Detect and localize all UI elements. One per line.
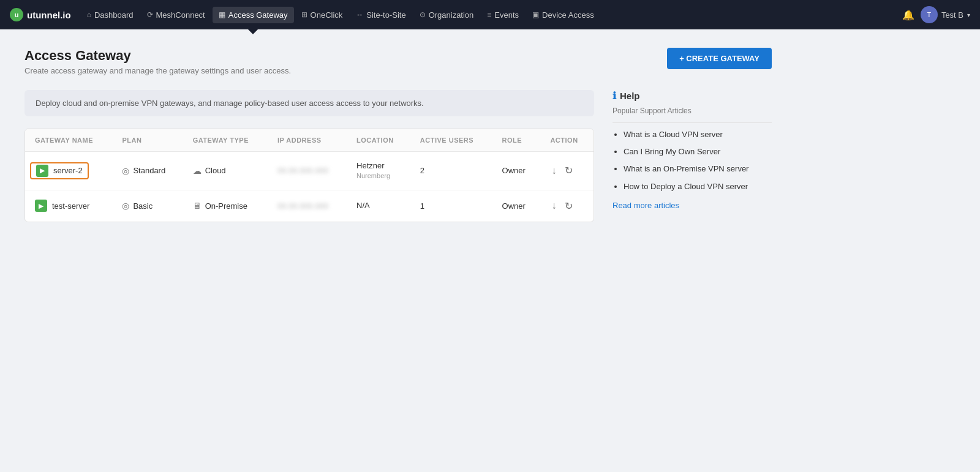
type-icon: ☁ [193,166,202,176]
nav-icon-oneclick: ⊞ [301,10,307,19]
row-action-test-server: ↓↻ [540,190,594,222]
row-users-test-server: 1 [410,190,492,222]
navbar: u utunnel.io ⌂Dashboard⟳MeshConnect▦Acce… [0,0,980,29]
user-label: Test B [941,10,963,20]
row-users-server-2: 2 [410,152,492,190]
col-header-plan: PLAN [112,129,183,152]
nav-label-access-gateway: Access Gateway [228,10,288,20]
help-article-item[interactable]: How to Deploy a Cloud VPN server [624,181,772,192]
gateway-table: GATEWAY NAMEPLANGATEWAY TYPEIP ADDRESSLO… [25,129,594,222]
row-name-server-2: ▶server-2 [25,152,112,190]
row-location-test-server: N/A [347,190,410,222]
info-banner: Deploy cloud and on-premise VPN gateways… [24,90,594,116]
nav-item-site-to-site[interactable]: ↔Site-to-Site [350,7,412,23]
gateway-status-icon: ▶ [36,165,48,177]
nav-item-meshconnect[interactable]: ⟳MeshConnect [141,7,211,23]
row-ip-server-2: 00.00.000.000 [268,152,347,190]
table-body: ▶server-2◎Standard☁Cloud00.00.000.000Het… [25,152,594,222]
location-city: Hetzner [356,160,401,171]
row-type-server-2: ☁Cloud [183,152,268,190]
ip-address: 00.00.000.000 [277,166,328,175]
table-header: GATEWAY NAMEPLANGATEWAY TYPEIP ADDRESSLO… [25,129,594,152]
chevron-down-icon: ▾ [967,12,970,18]
gateway-status-icon: ▶ [35,200,47,212]
page-title: Access Gateway [24,48,291,64]
main-content: Access Gateway Create access gateway and… [0,29,796,241]
gateway-table-card: GATEWAY NAMEPLANGATEWAY TYPEIP ADDRESSLO… [24,129,594,222]
col-header-role: ROLE [492,129,541,152]
page-header: Access Gateway Create access gateway and… [24,48,772,75]
nav-label-device-access: Device Access [542,10,594,20]
nav-label-meshconnect: MeshConnect [156,10,205,20]
page-subtitle: Create access gateway and manage the gat… [24,66,291,75]
col-header-location: LOCATION [347,129,410,152]
refresh-button[interactable]: ↻ [564,199,574,213]
help-divider [612,122,772,123]
nav-label-oneclick: OneClick [311,10,343,20]
nav-item-organization[interactable]: ⊙Organization [413,7,480,23]
plan-icon: ◎ [122,166,129,176]
help-title: ℹ Help [612,90,772,102]
nav-item-device-access[interactable]: ▣Device Access [526,7,600,23]
nav-label-organization: Organization [429,10,474,20]
user-avatar: T [921,6,938,23]
row-role-server-2: Owner [492,152,541,190]
nav-label-dashboard: Dashboard [94,10,134,20]
type-text: Cloud [205,166,226,175]
help-article-item[interactable]: What is a Cloud VPN server [624,129,772,140]
col-header-type: GATEWAY TYPE [183,129,268,152]
download-button[interactable]: ↓ [550,199,557,212]
help-article-item[interactable]: Can I Bring My Own Server [624,146,772,157]
nav-item-events[interactable]: ≡Events [481,7,525,23]
row-location-server-2: HetznerNuremberg [347,152,410,190]
help-articles: What is a Cloud VPN serverCan I Bring My… [612,129,772,192]
help-article-link[interactable]: Can I Bring My Own Server [624,147,720,156]
read-more-link[interactable]: Read more articles [612,201,772,210]
nav-icon-events: ≡ [487,10,491,19]
type-icon: 🖥 [193,201,202,211]
row-type-test-server: 🖥On-Premise [183,190,268,222]
nav-label-site-to-site: Site-to-Site [366,10,405,20]
help-sidebar: ℹ Help Popular Support Articles What is … [612,90,772,210]
help-box: ℹ Help Popular Support Articles What is … [612,90,772,210]
gateway-name-text: test-server [52,201,89,211]
brand-logo[interactable]: u utunnel.io [10,8,71,21]
nav-item-dashboard[interactable]: ⌂Dashboard [81,7,140,23]
content-layout: Deploy cloud and on-premise VPN gateways… [24,90,772,222]
row-plan-test-server: ◎Basic [112,190,183,222]
brand-icon: u [10,8,23,21]
col-header-users: ACTIVE USERS [410,129,492,152]
plan-text: Standard [133,166,165,175]
help-article-link[interactable]: How to Deploy a Cloud VPN server [624,182,748,191]
notification-bell[interactable]: 🔔 [902,9,914,21]
table-row[interactable]: ▶test-server◎Basic🖥On-Premise00.00.000.0… [25,190,594,222]
download-button[interactable]: ↓ [550,164,557,178]
nav-item-access-gateway[interactable]: ▦Access Gateway [213,7,294,23]
nav-icon-organization: ⊙ [420,10,426,19]
nav-items: ⌂Dashboard⟳MeshConnect▦Access Gateway⊞On… [81,7,600,23]
plan-text: Basic [133,201,153,211]
nav-icon-dashboard: ⌂ [87,10,91,19]
user-menu[interactable]: T Test B ▾ [921,6,970,23]
col-header-ip: IP ADDRESS [268,129,347,152]
nav-label-events: Events [494,10,519,20]
help-article-link[interactable]: What is an On-Premise VPN server [624,164,748,173]
location-sub: Nuremberg [356,171,401,181]
row-role-test-server: Owner [492,190,541,222]
col-header-name: GATEWAY NAME [25,129,112,152]
table-row[interactable]: ▶server-2◎Standard☁Cloud00.00.000.000Het… [25,152,594,190]
row-plan-server-2: ◎Standard [112,152,183,190]
help-subtitle: Popular Support Articles [612,107,772,115]
gateway-name-text: server-2 [53,166,83,175]
help-article-link[interactable]: What is a Cloud VPN server [624,130,723,139]
row-action-server-2: ↓↻ [540,152,594,190]
nav-icon-site-to-site: ↔ [356,10,363,19]
help-article-item[interactable]: What is an On-Premise VPN server [624,163,772,174]
nav-item-oneclick[interactable]: ⊞OneClick [295,7,349,23]
refresh-button[interactable]: ↻ [564,163,574,178]
create-gateway-button[interactable]: + CREATE GATEWAY [667,48,772,69]
row-ip-test-server: 00.00.000.000 [268,190,347,222]
type-text: On-Premise [205,201,247,211]
brand-name: utunnel.io [27,10,71,20]
col-header-action: ACTION [540,129,594,152]
